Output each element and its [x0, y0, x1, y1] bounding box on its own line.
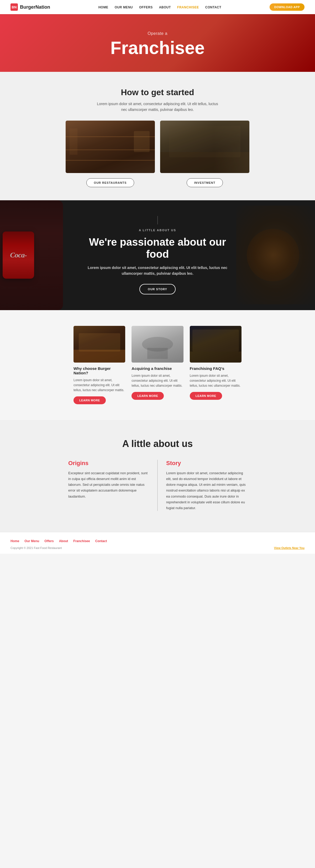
nav-offers[interactable]: OFFERS: [139, 5, 153, 9]
dark-banner-section: Coca‑ A LITTLE ABOUT US We're passionate…: [0, 200, 315, 310]
footer-about-link[interactable]: About: [59, 539, 68, 543]
logo-link[interactable]: BN BurgerNation: [10, 3, 50, 11]
our-restaurants-button[interactable]: OUR RESTAURANTS: [86, 178, 135, 187]
dining-image: [160, 121, 249, 173]
card-faq: Franchising FAQ's Lorem ipsum dolor sit …: [190, 326, 241, 404]
hero-subtitle: Operate a: [147, 31, 168, 36]
dark-banner-content: A LITTLE ABOUT US We're passionate about…: [84, 216, 231, 294]
footer-contact-link[interactable]: Contact: [95, 539, 107, 543]
banner-divider: [158, 216, 158, 224]
card-acquiring: Acquiring a franchise Lorem ipsum dolor …: [132, 326, 183, 404]
card-handshake-image: [132, 326, 183, 363]
download-app-button[interactable]: DOWNLOAD APP: [269, 3, 305, 11]
footer-links: Home Our Menu Offers About Franchisee Co…: [10, 538, 305, 543]
about-column-divider: [157, 460, 158, 511]
cards-section: Why choose Burger Nation? Lorem ipsum do…: [0, 310, 315, 420]
footer-bottom: Copyright © 2021 Fast Food Restaurant Vi…: [10, 546, 305, 550]
card-why-desc: Lorem ipsum dolor sit amet, consectetur …: [74, 378, 125, 393]
about-origins-col: Origins Excepteur sint occaecat cupidata…: [68, 460, 149, 511]
card-acquiring-learn-more-button[interactable]: LEARN MORE: [132, 392, 164, 400]
card-restaurant2-image: [190, 326, 241, 363]
how-images: [66, 121, 249, 173]
origins-text: Excepteur sint occaecat cupidatat non pr…: [68, 470, 149, 499]
our-story-button[interactable]: OUR STORY: [139, 284, 176, 294]
restaurants-btn-wrapper: OUR RESTAURANTS: [66, 178, 155, 187]
nav-contact[interactable]: CONTACT: [205, 5, 221, 9]
story-title: Story: [166, 460, 247, 467]
footer: Home Our Menu Offers About Franchisee Co…: [0, 532, 315, 554]
view-outlets-link[interactable]: View Outlets Near You: [274, 546, 305, 550]
footer-franchisee-link[interactable]: Franchisee: [73, 539, 90, 543]
footer-home-link[interactable]: Home: [10, 539, 19, 543]
logo-text: BurgerNation: [20, 4, 50, 10]
restaurant-image-inner: [66, 121, 155, 173]
card-why-choose: Why choose Burger Nation? Lorem ipsum do…: [74, 326, 125, 404]
story-text: Lorem ipsum dolor sit amet, consectetur …: [166, 470, 247, 511]
card-faq-desc: Lorem ipsum dolor sit amet, consectetur …: [190, 373, 241, 389]
card-acquiring-title: Acquiring a franchise: [132, 366, 183, 371]
how-buttons: OUR RESTAURANTS INVESTMENT: [66, 178, 249, 187]
card-bakery-image: [74, 326, 125, 363]
investment-button[interactable]: INVESTMENT: [187, 178, 223, 187]
hero-section: Operate a Franchisee: [0, 14, 315, 72]
how-heading: How to get started: [10, 88, 305, 97]
footer-menu-link[interactable]: Our Menu: [24, 539, 39, 543]
logo-icon: BN: [10, 3, 18, 11]
card-faq-learn-more-button[interactable]: LEARN MORE: [190, 392, 222, 400]
coke-can-decoration: Coca‑: [3, 231, 34, 279]
card-why-learn-more-button[interactable]: LEARN MORE: [74, 396, 106, 404]
origins-title: Origins: [68, 460, 149, 467]
card-why-title: Why choose Burger Nation?: [74, 366, 125, 375]
how-description: Lorem ipsum dolor sit amet, consectetur …: [94, 101, 221, 113]
card-acquiring-desc: Lorem ipsum dolor sit amet, consectetur …: [132, 373, 183, 389]
burger-decoration: [247, 229, 299, 281]
banner-bg-left: Coca‑: [0, 200, 63, 310]
about-section: A little about us Origins Excepteur sint…: [0, 420, 315, 532]
about-heading: A little about us: [10, 438, 305, 450]
card-faq-title: Franchising FAQ's: [190, 366, 241, 371]
restaurant-image: [66, 121, 155, 173]
about-columns: Origins Excepteur sint occaecat cupidata…: [68, 460, 247, 511]
nav-about[interactable]: ABOUT: [159, 5, 171, 9]
cards-grid: Why choose Burger Nation? Lorem ipsum do…: [74, 326, 241, 404]
how-to-get-started-section: How to get started Lorem ipsum dolor sit…: [0, 72, 315, 200]
footer-copyright: Copyright © 2021 Fast Food Restaurant: [10, 546, 62, 550]
banner-pre-label: A LITTLE ABOUT US: [84, 228, 231, 232]
banner-description: Lorem ipsum dolor sit amet, consectetur …: [84, 265, 231, 277]
banner-title: We're passionate about our food: [84, 236, 231, 260]
footer-offers-link[interactable]: Offers: [45, 539, 54, 543]
dining-image-inner: [160, 121, 249, 173]
nav-our-menu[interactable]: OUR MENU: [115, 5, 133, 9]
nav-links: HOME OUR MENU OFFERS ABOUT FRANCHISEE CO…: [98, 5, 221, 9]
navbar: BN BurgerNation HOME OUR MENU OFFERS ABO…: [0, 0, 315, 14]
investment-btn-wrapper: INVESTMENT: [160, 178, 249, 187]
about-story-col: Story Lorem ipsum dolor sit amet, consec…: [166, 460, 247, 511]
hero-title: Franchisee: [110, 38, 204, 57]
nav-franchisee[interactable]: FRANCHISEE: [177, 5, 199, 9]
nav-home[interactable]: HOME: [98, 5, 108, 9]
